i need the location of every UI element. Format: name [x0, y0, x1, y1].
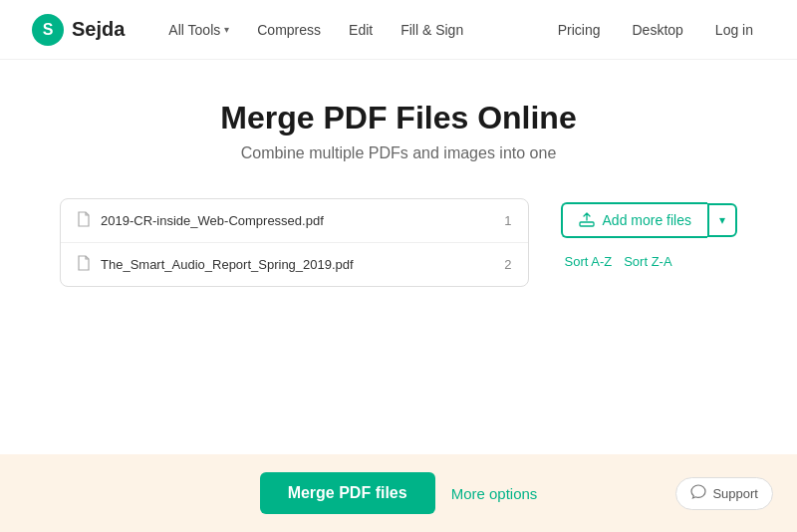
- file-list: 2019-CR-inside_Web-Compressed.pdf 1 The_…: [60, 198, 529, 287]
- chevron-down-icon: ▾: [224, 24, 229, 35]
- add-files-dropdown-button[interactable]: ▾: [707, 203, 737, 237]
- footer-bar: Merge PDF files More options Support: [0, 454, 797, 532]
- nav-login[interactable]: Log in: [703, 16, 765, 44]
- header: S Sejda All Tools ▾ Compress Edit Fill &…: [0, 0, 797, 60]
- nav-item-all-tools[interactable]: All Tools ▾: [156, 16, 241, 44]
- right-panel: Add more files ▾ Sort A-Z Sort Z-A: [561, 198, 737, 269]
- support-label: Support: [712, 486, 758, 501]
- main-nav: All Tools ▾ Compress Edit Fill & Sign Pr…: [156, 16, 765, 44]
- nav-item-edit[interactable]: Edit: [337, 16, 385, 44]
- nav-item-fill-sign[interactable]: Fill & Sign: [389, 16, 475, 44]
- sort-az-button[interactable]: Sort A-Z: [565, 254, 613, 269]
- file-name: 2019-CR-inside_Web-Compressed.pdf: [101, 213, 494, 228]
- svg-rect-0: [580, 222, 594, 226]
- file-number: 2: [504, 257, 511, 272]
- add-more-files-button[interactable]: Add more files: [561, 202, 707, 238]
- page-title: Merge PDF Files Online: [220, 100, 576, 136]
- sort-buttons: Sort A-Z Sort Z-A: [561, 254, 672, 269]
- content-area: 2019-CR-inside_Web-Compressed.pdf 1 The_…: [60, 198, 737, 287]
- upload-icon: [579, 212, 595, 228]
- file-name: The_Smart_Audio_Report_Spring_2019.pdf: [101, 257, 494, 272]
- nav-right: Pricing Desktop Log in: [546, 16, 765, 44]
- add-files-wrapper: Add more files ▾: [561, 202, 737, 238]
- more-options-button[interactable]: More options: [451, 485, 538, 502]
- file-icon: [77, 211, 91, 230]
- nav-pricing[interactable]: Pricing: [546, 16, 613, 44]
- main-content: Merge PDF Files Online Combine multiple …: [0, 60, 797, 454]
- nav-item-compress[interactable]: Compress: [245, 16, 333, 44]
- page-subtitle: Combine multiple PDFs and images into on…: [241, 144, 557, 162]
- chat-icon: [690, 484, 706, 503]
- table-row[interactable]: The_Smart_Audio_Report_Spring_2019.pdf 2: [61, 243, 528, 286]
- sort-za-button[interactable]: Sort Z-A: [624, 254, 671, 269]
- merge-pdf-button[interactable]: Merge PDF files: [260, 472, 435, 514]
- chevron-down-icon: ▾: [719, 213, 725, 227]
- logo-name: Sejda: [72, 18, 125, 41]
- file-icon: [77, 255, 91, 274]
- logo[interactable]: S Sejda: [32, 14, 125, 46]
- nav-desktop[interactable]: Desktop: [620, 16, 694, 44]
- file-number: 1: [504, 213, 511, 228]
- logo-icon: S: [32, 14, 64, 46]
- table-row[interactable]: 2019-CR-inside_Web-Compressed.pdf 1: [61, 199, 528, 243]
- support-button[interactable]: Support: [675, 477, 773, 510]
